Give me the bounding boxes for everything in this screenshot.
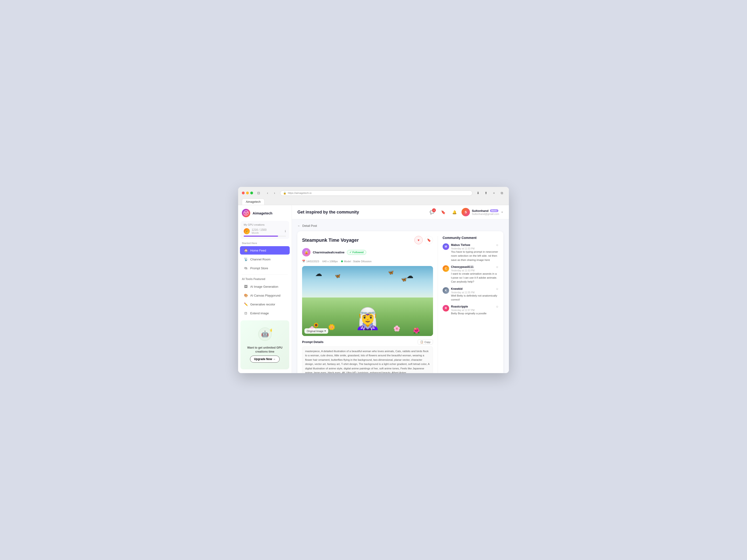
download-btn[interactable]: ⬇ [475,190,481,196]
logo-icon [242,209,250,217]
followed-label: Followed [353,251,364,254]
comment-time-2: Yesterday at 11:53 PM [451,269,499,272]
maximize-button[interactable] [250,192,253,194]
user-tier-badge: Basic [490,209,498,212]
sidebar-label-extend: Extend image [250,312,269,315]
comment-emoji-1[interactable]: ☺ [496,243,499,247]
comments-title: Community Comment [443,236,499,240]
chevron-down-icon: ▼ [501,211,503,213]
image-gen-icon: 🖼 [244,285,248,288]
prompt-text: masterpiece, A detailed illustration of … [302,347,433,373]
model-dot [341,260,343,262]
post-title-row: Steampunk Time Voyager ♥ 🔖 [302,236,433,244]
svg-point-3 [246,213,247,215]
gpu-numbers: 1216 / 1500 Month [252,228,283,234]
copy-icon: 📋 [420,341,423,344]
header-actions: 💬 4 🔖 🔔 S Sultonhand Ba [428,208,503,216]
comment-emoji-4[interactable]: ☺ [496,305,499,308]
svg-text:🤖: 🤖 [261,330,269,338]
copy-prompt-button[interactable]: 📋 Copy [418,339,433,345]
followed-badge[interactable]: ✓ Followed [347,250,366,255]
comment-time-4: Yesterday at 11:57 PM [451,309,499,312]
app-layout: Aimagetech My GPU creations 💰 1216 / 150… [238,205,509,373]
date-text: 14/02/2023 [306,260,319,263]
sidebar-item-prompt-store[interactable]: 🛍 Prompt Store [240,264,290,272]
commenter-name-2: Cheesypeas8111 [451,265,474,269]
gpu-info-icon[interactable]: ℹ [285,230,286,233]
user-info: Sultonhand Basic Sultonhand@gmail.com [472,209,499,215]
like-button[interactable]: ♥ [414,236,423,244]
close-button[interactable] [242,192,244,194]
gpu-current: 1216 [252,228,258,232]
minimize-button[interactable] [246,192,249,194]
image-dropdown[interactable]: Original Image ▾ [304,328,328,334]
prompt-header: Prompt Details 📋 Copy [302,339,433,345]
back-nav[interactable]: ← Detail Post [298,224,503,228]
commenter-avatar-3: K [443,287,449,294]
commenter-name-1: Mabus Tiefsee [451,243,470,247]
bell-btn[interactable]: 🔔 [450,208,459,216]
prompt-section: Prompt Details 📋 Copy masterpiece, A det… [302,339,433,373]
sidebar-item-extend-image[interactable]: ⊡ Extend image [240,309,290,317]
user-avatar: S [462,208,470,216]
commenter-avatar-4: R [443,305,449,312]
comment-item-4: R Roastcripple ☺ Yesterday at 11:57 PM B… [443,305,499,316]
post-image: ☁ ☁ 🦋 🦋 🦋 🧝‍♀️ [302,266,433,336]
comment-header-4: Roastcripple ☺ [451,305,499,308]
active-tab[interactable]: Aimagetech [242,198,264,205]
upgrade-now-button[interactable]: Upgrade Now → [250,355,280,363]
comment-list: M Mabus Tiefsee ☺ Yesterday at 11:53 PM … [443,243,499,373]
address-bar[interactable]: 🔒 https://aimagetech.io [280,190,472,196]
meta-date: 📅 14/02/2023 [302,260,319,263]
meta-row: 📅 14/02/2023 640 x 1088px Model : Stable… [302,260,433,263]
sidebar-item-channel-room[interactable]: 📡 Channel Room [240,255,290,263]
dropdown-label: Original Image [307,330,324,332]
browser-controls: ⊡ ‹ › 🔒 https://aimagetech.io ⬇ ⬆ + ⧉ [242,190,505,196]
heart-icon: ♥ [418,238,419,242]
svg-text:🌟: 🌟 [269,328,272,332]
save-post-button[interactable]: 🔖 [424,236,433,244]
svg-point-2 [247,212,248,213]
comment-emoji-3[interactable]: ☺ [496,287,499,291]
flower-3: 🌺 [413,327,420,334]
comment-emoji-2[interactable]: ☺ [496,265,499,269]
sidebar-item-home-feed[interactable]: 🏠 Home Feed [240,246,290,255]
new-tab-btn[interactable]: + [491,190,497,196]
back-label: Detail Post [302,224,317,228]
svg-point-1 [244,212,246,213]
post-title: Steampunk Time Voyager [302,238,359,243]
notification-badge: 4 [432,208,436,212]
forward-btn[interactable]: › [271,190,278,196]
anime-figure: 🧝‍♀️ [355,308,381,329]
tabs-view-btn[interactable]: ⧉ [499,190,505,196]
meta-size: 640 x 1088px [323,260,338,263]
post-image-container: ☁ ☁ 🦋 🦋 🦋 🧝‍♀️ [302,266,433,336]
comment-text-4: Betty Boop originally a poodle [451,312,499,316]
url-text: https://aimagetech.io [288,192,312,194]
sidebar-item-ai-image-gen[interactable]: 🖼 AI Image Generation [240,282,290,291]
share-btn[interactable]: ⬆ [483,190,489,196]
commenter-name-4: Roastcripple [451,305,468,308]
commenter-name-3: Knewkid [451,287,462,291]
comment-time-3: Yesterday at 11:55 PM [451,291,499,294]
bookmark-header-btn[interactable]: 🔖 [439,208,447,216]
comment-time-1: Yesterday at 11:53 PM [451,247,499,250]
comment-text-1: You have to typing prompt in newcomer ro… [451,250,499,262]
gpu-usage: 💰 1216 / 1500 Month ℹ [244,228,286,234]
user-profile[interactable]: S Sultonhand Basic Sultonhand@gmail.com … [462,208,503,216]
gpu-bar-fill [244,236,278,237]
comment-item: M Mabus Tiefsee ☺ Yesterday at 11:53 PM … [443,243,499,262]
sidebar-toggle-btn[interactable]: ⊡ [255,190,262,196]
upgrade-btn-label: Upgrade Now → [254,357,276,361]
flower-2: 🌼 [328,324,335,330]
sidebar-item-gen-recolor[interactable]: ✏️ Generative recolor [240,300,290,309]
logo-text: Aimagetech [253,211,273,215]
sidebar-divider [242,274,288,275]
traffic-lights [242,192,253,194]
upgrade-illustration: 🤖 🌟 [258,327,272,343]
comment-text-2: I want to create animation assests in a … [451,272,499,284]
chat-btn[interactable]: 💬 4 [428,208,436,216]
sidebar-item-ai-canvas[interactable]: 🎨 AI Canvas Playgorund [240,291,290,300]
comment-item-3: K Knewkid ☺ Yesterday at 11:55 PM Well B… [443,287,499,302]
back-btn[interactable]: ‹ [264,190,271,196]
